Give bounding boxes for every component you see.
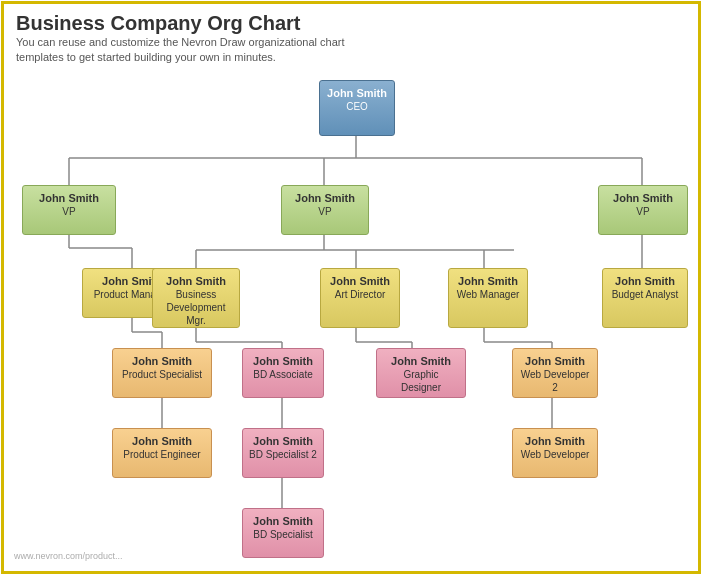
bda-name: John Smith: [249, 354, 317, 368]
vp1-role: VP: [29, 205, 109, 218]
bds2-name: John Smith: [249, 434, 317, 448]
node-wm[interactable]: John Smith Web Manager: [448, 268, 528, 328]
watermark: www.nevron.com/product...: [14, 551, 123, 561]
node-gd[interactable]: John Smith Graphic Designer: [376, 348, 466, 398]
bds-name: John Smith: [249, 514, 317, 528]
header: Business Company Org Chart You can reuse…: [4, 4, 698, 70]
pe-role: Product Engineer: [119, 448, 205, 461]
ps-name: John Smith: [119, 354, 205, 368]
node-ba[interactable]: John Smith Budget Analyst: [602, 268, 688, 328]
outer-border: Business Company Org Chart You can reuse…: [1, 1, 701, 574]
vp2-name: John Smith: [288, 191, 362, 205]
bds-role: BD Specialist: [249, 528, 317, 541]
ceo-name: John Smith: [326, 86, 388, 100]
node-wd2[interactable]: John Smith Web Developer 2: [512, 348, 598, 398]
ba-name: John Smith: [609, 274, 681, 288]
ceo-role: CEO: [326, 100, 388, 113]
gd-name: John Smith: [383, 354, 459, 368]
pe-name: John Smith: [119, 434, 205, 448]
bdm-role: Business Development Mgr.: [159, 288, 233, 327]
ba-role: Budget Analyst: [609, 288, 681, 301]
bda-role: BD Associate: [249, 368, 317, 381]
ad-role: Art Director: [327, 288, 393, 301]
ps-role: Product Specialist: [119, 368, 205, 381]
node-ps[interactable]: John Smith Product Specialist: [112, 348, 212, 398]
node-wd[interactable]: John Smith Web Developer: [512, 428, 598, 478]
node-ceo[interactable]: John Smith CEO: [319, 80, 395, 136]
node-bds2[interactable]: John Smith BD Specialist 2: [242, 428, 324, 478]
bds2-role: BD Specialist 2: [249, 448, 317, 461]
node-bda[interactable]: John Smith BD Associate: [242, 348, 324, 398]
chart-area: John Smith CEO John Smith VP John Smith …: [4, 70, 698, 567]
node-pe[interactable]: John Smith Product Engineer: [112, 428, 212, 478]
node-bds[interactable]: John Smith BD Specialist: [242, 508, 324, 558]
page-title: Business Company Org Chart: [16, 12, 686, 35]
subtitle: You can reuse and customize the Nevron D…: [16, 35, 356, 66]
wd-role: Web Developer: [519, 448, 591, 461]
wm-name: John Smith: [455, 274, 521, 288]
vp1-name: John Smith: [29, 191, 109, 205]
ad-name: John Smith: [327, 274, 393, 288]
vp3-name: John Smith: [605, 191, 681, 205]
wd-name: John Smith: [519, 434, 591, 448]
node-vp2[interactable]: John Smith VP: [281, 185, 369, 235]
node-ad[interactable]: John Smith Art Director: [320, 268, 400, 328]
wd2-role: Web Developer 2: [519, 368, 591, 394]
wm-role: Web Manager: [455, 288, 521, 301]
node-bdm[interactable]: John Smith Business Development Mgr.: [152, 268, 240, 328]
node-vp1[interactable]: John Smith VP: [22, 185, 116, 235]
node-vp3[interactable]: John Smith VP: [598, 185, 688, 235]
vp3-role: VP: [605, 205, 681, 218]
vp2-role: VP: [288, 205, 362, 218]
wd2-name: John Smith: [519, 354, 591, 368]
bdm-name: John Smith: [159, 274, 233, 288]
gd-role: Graphic Designer: [383, 368, 459, 394]
